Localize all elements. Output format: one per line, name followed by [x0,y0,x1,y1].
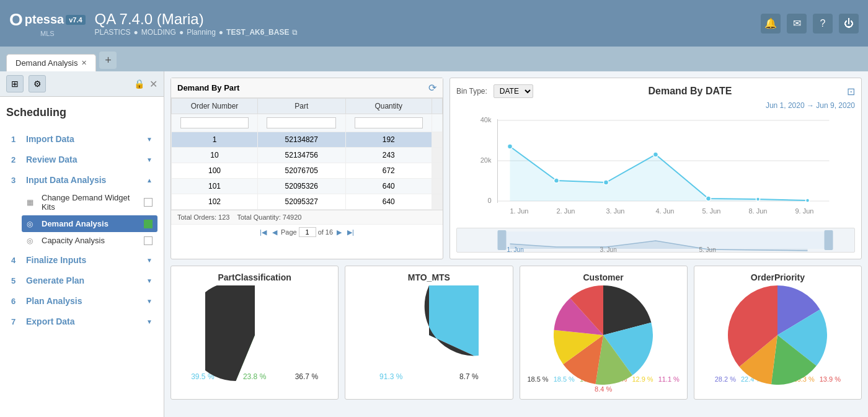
sidebar-section-7: 7 Export Data ▼ [6,312,157,331]
chart-navigator-svg: 1. Jun 3. Jun 5. Jun [457,228,854,253]
svg-text:5. Jun: 5. Jun [699,246,716,253]
cell-qty: 192 [345,132,432,148]
sidebar-section-header-3[interactable]: 3 Input Data Analysis ▲ [6,171,157,189]
legend-c7: 8.4 % [595,385,612,393]
sidebar-item-change-demand[interactable]: ▦ Change Demand Widget Kits [22,189,157,215]
section-arrow-3: ▲ [146,177,153,184]
tab-add-button[interactable]: + [99,52,117,69]
cell-qty: 243 [345,148,432,163]
chart-export-icon[interactable]: ⊡ [847,86,855,97]
header-icons: 🔔 ✉ ? ⏻ [761,14,859,34]
section-label-4: Finalize Inputs [26,255,141,265]
help-button[interactable]: ? [813,14,833,34]
filter-part-input[interactable] [267,117,336,128]
pie-svg-partclassification [205,285,304,385]
svg-marker-13 [510,146,808,201]
page-number-input[interactable] [299,227,316,237]
cell-extra [432,163,443,179]
section-num-6: 6 [11,297,21,306]
col-part: Part [257,99,345,114]
notification-button[interactable]: 🔔 [761,14,781,34]
svg-text:2. Jun: 2. Jun [557,207,575,215]
header-title: QA 7.4.0 (Maria) PLASTICS ● MOLDING ● Pl… [95,11,298,37]
sidebar-section-header-4[interactable]: 4 Finalize Inputs ▼ [6,251,157,269]
cell-order: 102 [172,194,258,210]
cell-extra [432,179,443,194]
svg-text:1. Jun: 1. Jun [507,246,524,253]
pie-panel-orderpriority: OrderPriority 28.2 % 22.4 % 19.2 % [694,266,862,400]
sidebar-section-header-6[interactable]: 6 Plan Analysis ▼ [6,292,157,310]
chart-panel: Bin Type: DATE Demand By DATE ⊡ Jun 1, 2… [450,78,862,259]
sidebar-section-header-7[interactable]: 7 Export Data ▼ [6,312,157,331]
filter-qty[interactable] [345,114,432,132]
sidebar-item-demand-analysis[interactable]: ◎ Demand Analysis [22,215,157,232]
table-header-row: Order Number Part Quantity [172,99,443,114]
table-refresh-icon[interactable]: ⟳ [428,82,436,94]
table-row[interactable]: 10 52134756 243 [172,148,443,163]
sub-checkbox-capacity-analysis[interactable] [144,236,153,245]
pie-panel-mto-mts: MTO_MTS 91.3 % 8.7 % [345,266,513,400]
sidebar-section-header-5[interactable]: 5 Generate Plan ▼ [6,271,157,290]
svg-rect-25 [825,230,833,250]
sidebar: ⊞ ⚙ 🔒 ✕ Scheduling 1 Import Data ▼ 2 Rev… [0,71,164,417]
table-row[interactable]: 102 52095327 640 [172,194,443,210]
svg-text:8. Jun: 8. Jun [749,207,768,215]
subtitle-molding: MOLDING [141,28,176,37]
close-sidebar-icon[interactable]: ✕ [149,78,157,90]
cell-part: 52095327 [257,194,345,210]
header-subtitle: PLASTICS ● MOLDING ● Planning ● TEST_AK6… [95,28,298,37]
header-left: O ptessa v7.4 MLS QA 7.4.0 (Maria) PLAST… [9,10,298,37]
svg-text:0: 0 [487,197,491,204]
svg-point-19 [756,197,760,201]
email-button[interactable]: ✉ [787,14,807,34]
col-quantity: Quantity [345,99,432,114]
page-total: 16 [326,228,333,236]
chart-header: Bin Type: DATE Demand By DATE ⊡ [456,84,855,98]
filter-part[interactable] [257,114,345,132]
top-section: Demand By Part ⟳ Order Number Part Quant… [170,78,862,259]
cell-order: 10 [172,148,258,163]
tab-demand-analysis[interactable]: Demand Analysis ✕ [6,54,96,71]
table-icon: ▦ [27,198,37,207]
chart-title: Demand By DATE [539,86,841,97]
page-last-button[interactable]: ▶| [345,228,356,237]
legend-c1: 18.5 % [527,375,548,383]
page-first-button[interactable]: |◀ [258,228,268,237]
chart-area: 40k 20k 0 1. Jun 2. Jun 3. Jun 4. Jun 5.… [456,113,855,225]
sub-checkbox-change-demand[interactable] [144,198,153,207]
filter-order[interactable] [172,114,258,132]
sidebar-section-header-1[interactable]: 1 Import Data ▼ [6,130,157,148]
tab-close-icon[interactable]: ✕ [81,59,87,67]
bin-type-select[interactable]: DATE [494,84,533,98]
main-layout: ⊞ ⚙ 🔒 ✕ Scheduling 1 Import Data ▼ 2 Rev… [0,71,868,417]
page-prev-button[interactable]: ◀ [270,228,279,237]
lock-icon: 🔒 [134,79,144,89]
grid-view-button[interactable]: ⊞ [6,75,24,92]
section-arrow-4: ▼ [146,257,153,264]
table-row[interactable]: 101 52095326 640 [172,179,443,194]
section-label-5: Generate Plan [26,276,141,285]
section-num-4: 4 [11,256,21,265]
pie-container-customer [526,285,681,385]
chart-date-range: Jun 1, 2020 → Jun 9, 2020 [456,101,855,110]
section-label-3: Input Data Analysis [26,175,141,185]
external-link-icon[interactable]: ⧉ [292,28,298,37]
sidebar-section-6: 6 Plan Analysis ▼ [6,292,157,310]
table-panel-header: Demand By Part ⟳ [171,78,443,98]
app-header: O ptessa v7.4 MLS QA 7.4.0 (Maria) PLAST… [0,0,868,47]
page-next-button[interactable]: ▶ [335,228,343,237]
filter-order-input[interactable] [180,117,249,128]
table-row[interactable]: 1 52134827 192 [172,132,443,148]
filter-extra [432,114,443,132]
settings-button[interactable]: ⚙ [29,75,46,92]
section-label-1: Import Data [26,134,141,144]
cell-extra [432,194,443,210]
sidebar-item-capacity-analysis[interactable]: ◎ Capacity Analysis [22,232,157,249]
filter-qty-input[interactable] [355,117,423,128]
table-row[interactable]: 100 52076705 672 [172,163,443,179]
power-button[interactable]: ⏻ [839,14,859,34]
sidebar-section-header-2[interactable]: 2 Review Data ▼ [6,150,157,169]
cell-extra [432,132,443,148]
logo-mls: MLS [40,30,55,37]
logo-text: O ptessa v7.4 [9,10,86,30]
